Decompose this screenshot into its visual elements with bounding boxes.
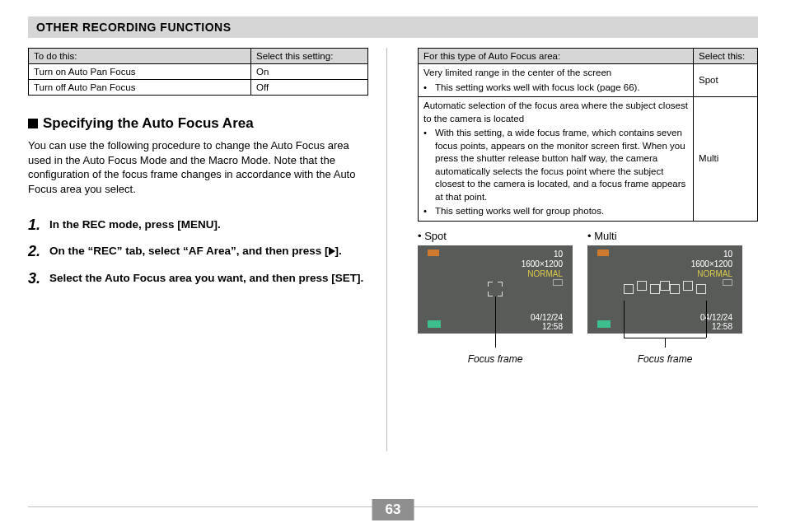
focus-frame-label: Focus frame	[587, 353, 742, 365]
section-header: OTHER RECORDING FUNCTIONS	[28, 16, 758, 38]
column-divider	[386, 48, 387, 451]
triangle-right-icon	[329, 247, 335, 255]
date: 04/12/24	[531, 313, 563, 322]
section-title: Specifying the Auto Focus Area	[28, 115, 368, 132]
leader-line	[706, 301, 707, 338]
multi-focus-frame	[624, 281, 706, 297]
leader-line	[495, 296, 496, 348]
step-1: 1. In the REC mode, press [MENU].	[28, 217, 368, 232]
quality: NORMAL	[527, 269, 563, 278]
spot-block: • Spot 10 1600×1200 NORMAL 04/12/24 12:5…	[418, 230, 573, 365]
multi-screen: 10 1600×1200 NORMAL	[587, 245, 742, 334]
resolution: 1600×1200	[691, 259, 732, 268]
quality: NORMAL	[697, 269, 732, 278]
steps-list: 1. In the REC mode, press [MENU]. 2. On …	[28, 217, 368, 286]
subtitle-text: Specifying the Auto Focus Area	[43, 115, 254, 132]
shots-remaining: 10	[554, 250, 563, 259]
table-row: Automatic selection of the focus area wh…	[419, 97, 758, 222]
battery-level-icon	[597, 320, 611, 328]
col-header: For this type of Auto Focus area:	[419, 49, 694, 64]
step-2: 2. On the “REC” tab, select “AF Area”, a…	[28, 244, 368, 259]
time: 12:58	[712, 322, 732, 331]
card-icon	[553, 279, 563, 286]
right-column: For this type of Auto Focus area: Select…	[418, 48, 758, 483]
shots-remaining: 10	[723, 250, 732, 259]
focus-frame-label: Focus frame	[418, 353, 573, 365]
af-area-table: For this type of Auto Focus area: Select…	[418, 48, 758, 222]
auto-pan-table: To do this: Select this setting: Turn on…	[28, 48, 368, 96]
table-row: Turn on Auto Pan Focus On	[29, 64, 368, 80]
table-row: Very limited range in the center of the …	[419, 64, 758, 97]
battery-icon	[597, 250, 609, 256]
multi-block: • Multi 10 1600×1200 NORMAL	[587, 230, 742, 365]
leader-line	[624, 301, 625, 338]
step-3: 3. Select the Auto Focus area you want, …	[28, 271, 368, 286]
left-column: To do this: Select this setting: Turn on…	[28, 48, 368, 483]
spot-focus-frame	[488, 282, 503, 296]
leader-line	[665, 338, 666, 348]
time: 12:58	[542, 322, 563, 331]
intro-paragraph: You can use the following procedure to c…	[28, 138, 368, 196]
date: 04/12/24	[700, 313, 732, 322]
col-header: Select this:	[694, 49, 758, 64]
page-number: 63	[372, 499, 414, 520]
resolution: 1600×1200	[522, 259, 563, 268]
battery-icon	[428, 250, 439, 256]
card-icon	[723, 279, 732, 286]
col-header: Select this setting:	[251, 49, 368, 64]
screens-row: • Spot 10 1600×1200 NORMAL 04/12/24 12:5…	[418, 230, 758, 365]
table-row: Turn off Auto Pan Focus Off	[29, 80, 368, 96]
col-header: To do this:	[29, 49, 251, 64]
square-bullet-icon	[28, 119, 38, 128]
battery-level-icon	[428, 320, 441, 328]
